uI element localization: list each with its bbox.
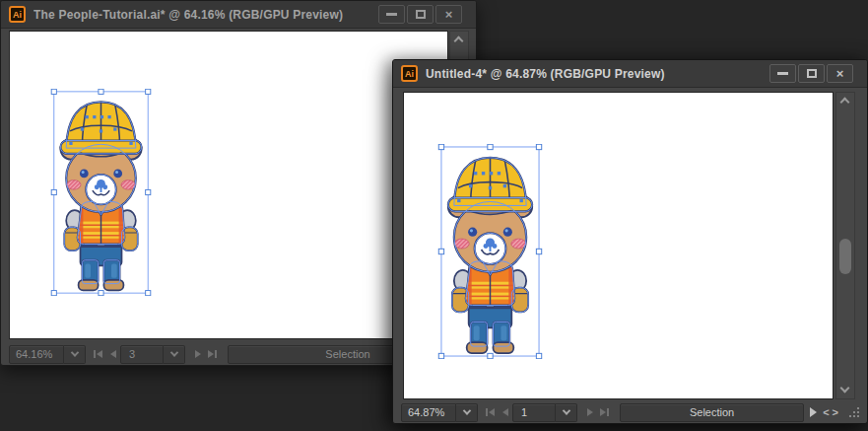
last-artboard-button[interactable]: [597, 403, 612, 422]
selected-artwork-worker-bear[interactable]: [49, 89, 153, 296]
maximize-button[interactable]: [407, 5, 434, 24]
artboard-number-field[interactable]: 1: [512, 403, 556, 422]
maximize-icon: [416, 10, 426, 19]
artboard-canvas[interactable]: [403, 92, 834, 399]
scroll-down-icon[interactable]: [841, 385, 849, 393]
chevron-down-icon: [562, 406, 569, 414]
titlebar[interactable]: Ai Untitled-4* @ 64.87% (RGB/GPU Preview…: [393, 60, 867, 88]
first-artboard-button[interactable]: [483, 403, 498, 422]
zoom-level-value: 64.16%: [16, 348, 52, 360]
artboard-number-value: 3: [129, 348, 135, 360]
maximize-icon: [807, 69, 817, 78]
document-window-untitled-4: Ai Untitled-4* @ 64.87% (RGB/GPU Preview…: [392, 59, 868, 424]
zoom-dropdown-button[interactable]: [456, 403, 478, 422]
zoom-level-field[interactable]: 64.87%: [401, 403, 456, 422]
maximize-button[interactable]: [798, 64, 825, 83]
scroll-up-icon[interactable]: [841, 99, 849, 107]
window-title: Untitled-4* @ 64.87% (RGB/GPU Preview): [426, 67, 665, 81]
status-indicator-label: Selection: [325, 348, 369, 360]
selected-artwork-worker-bear[interactable]: [436, 144, 544, 359]
last-artboard-button[interactable]: [205, 345, 220, 364]
chevron-down-icon: [70, 348, 78, 356]
titlebar[interactable]: Ai The People-Tutorial.ai* @ 64.16% (RGB…: [1, 1, 476, 29]
close-icon: ×: [445, 8, 453, 21]
zoom-dropdown-button[interactable]: [64, 345, 86, 364]
vertical-scrollbar[interactable]: [835, 92, 855, 399]
artboard-dropdown-button[interactable]: [556, 403, 577, 422]
illustrator-app-icon: Ai: [401, 65, 418, 82]
window-controls: ×: [769, 64, 859, 83]
previous-artboard-button[interactable]: [498, 403, 512, 422]
status-menu-arrow-icon[interactable]: [810, 407, 817, 417]
chevron-down-icon: [462, 406, 470, 414]
scroll-angle-icons[interactable]: <>: [823, 406, 841, 418]
close-icon: ×: [836, 67, 844, 80]
chevron-down-icon: [169, 348, 177, 356]
artboard-number-value: 1: [521, 406, 527, 418]
scrollbar-thumb[interactable]: [839, 239, 851, 274]
minimize-button[interactable]: [378, 5, 405, 24]
status-indicator[interactable]: Selection: [620, 403, 804, 422]
artboard-dropdown-button[interactable]: [164, 345, 185, 364]
status-bar: 64.87% 1 Selection <>: [401, 401, 861, 423]
scroll-up-icon[interactable]: [455, 37, 463, 45]
status-bar-right-controls: <>: [810, 405, 861, 419]
minimize-button[interactable]: [769, 64, 796, 83]
next-artboard-button[interactable]: [582, 403, 597, 422]
zoom-level-field[interactable]: 64.16%: [9, 345, 64, 364]
status-indicator-label: Selection: [690, 406, 734, 418]
window-controls: ×: [378, 5, 468, 24]
first-artboard-button[interactable]: [91, 345, 105, 364]
minimize-icon: [386, 13, 397, 16]
close-button[interactable]: ×: [827, 64, 853, 83]
illustrator-app-icon: Ai: [9, 6, 26, 23]
app-icon-text: Ai: [405, 69, 414, 79]
window-title: The People-Tutorial.ai* @ 64.16% (RGB/GP…: [33, 8, 343, 22]
zoom-level-value: 64.87%: [408, 406, 444, 418]
resize-grip-icon[interactable]: [847, 405, 861, 419]
minimize-icon: [777, 72, 788, 75]
previous-artboard-button[interactable]: [105, 345, 120, 364]
next-artboard-button[interactable]: [190, 345, 205, 364]
artboard-canvas[interactable]: [9, 31, 448, 339]
app-icon-text: Ai: [13, 10, 22, 20]
artboard-number-field[interactable]: 3: [120, 345, 164, 364]
close-button[interactable]: ×: [435, 5, 462, 24]
